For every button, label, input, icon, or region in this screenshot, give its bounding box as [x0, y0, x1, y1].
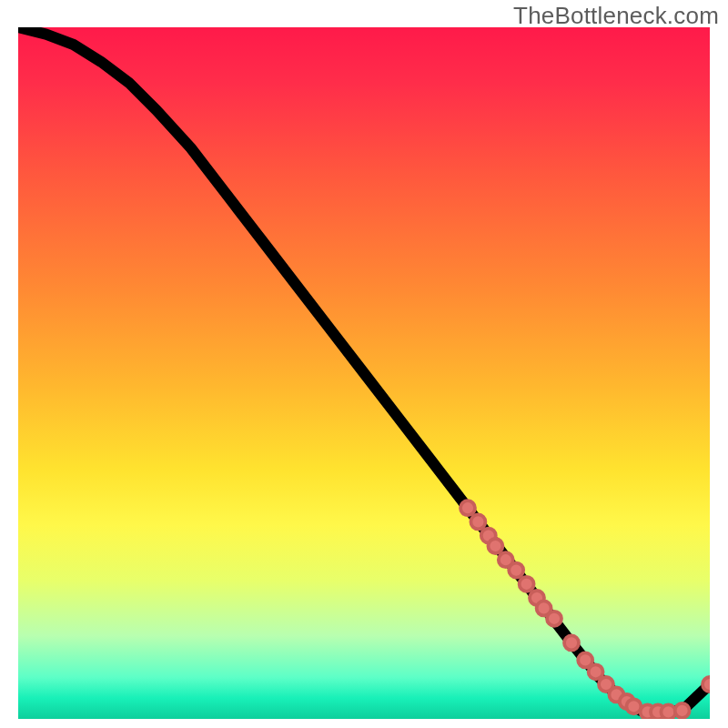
data-point	[520, 577, 534, 592]
chart-overlay-svg	[18, 27, 710, 719]
bottleneck-curve	[18, 27, 710, 712]
bottleneck-chart: TheBottleneck.com	[0, 0, 728, 728]
data-point	[470, 514, 485, 529]
plot-area	[18, 27, 710, 719]
data-point	[589, 664, 603, 679]
data-point	[547, 612, 561, 626]
data-point	[564, 635, 579, 650]
data-point	[675, 703, 690, 718]
data-point	[703, 677, 710, 692]
data-point	[488, 539, 502, 553]
data-point	[460, 500, 475, 515]
watermark-text: TheBottleneck.com	[513, 2, 719, 30]
highlighted-points-group	[460, 500, 710, 719]
data-point	[509, 563, 523, 578]
